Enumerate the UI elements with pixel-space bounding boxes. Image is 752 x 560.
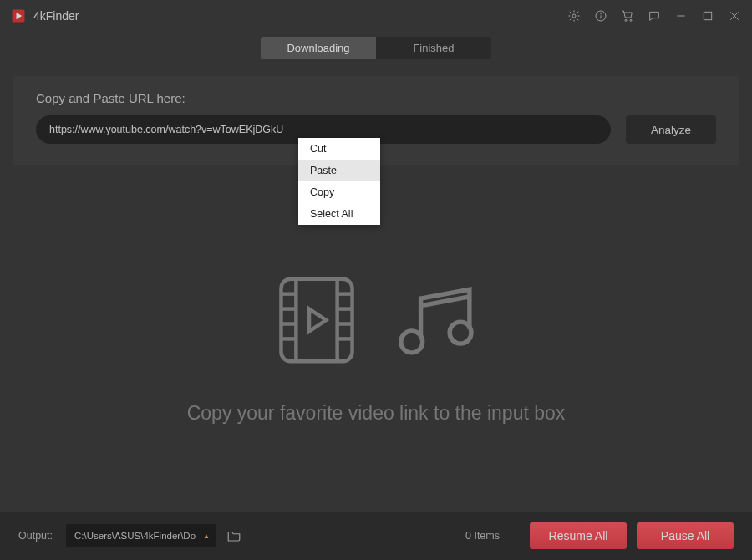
music-icon bbox=[392, 275, 482, 365]
svg-point-6 bbox=[630, 19, 632, 21]
ctx-cut[interactable]: Cut bbox=[298, 138, 380, 160]
svg-point-24 bbox=[450, 322, 471, 344]
app-title: 4kFinder bbox=[33, 9, 79, 23]
svg-rect-11 bbox=[281, 278, 352, 361]
close-icon[interactable] bbox=[727, 8, 742, 23]
titlebar: 4kFinder bbox=[0, 0, 752, 32]
caret-up-icon: ▲ bbox=[203, 532, 210, 540]
folder-open-icon[interactable] bbox=[226, 528, 241, 543]
svg-point-1 bbox=[572, 14, 576, 18]
output-path-select[interactable]: C:\Users\ASUS\4kFinder\Do ▲ bbox=[66, 524, 216, 547]
placeholder-icons bbox=[270, 267, 482, 374]
svg-point-4 bbox=[601, 13, 602, 14]
video-icon bbox=[270, 267, 363, 374]
items-count: 0 Items bbox=[465, 530, 500, 542]
svg-rect-8 bbox=[704, 12, 711, 19]
main-tabs: Downloading Finished bbox=[261, 37, 491, 59]
ctx-copy[interactable]: Copy bbox=[298, 181, 380, 203]
svg-point-5 bbox=[625, 19, 627, 21]
placeholder-text: Copy your favorite video link to the inp… bbox=[187, 402, 566, 425]
analyze-button[interactable]: Analyze bbox=[626, 115, 716, 144]
feedback-icon[interactable] bbox=[647, 8, 662, 23]
tab-downloading[interactable]: Downloading bbox=[261, 37, 376, 59]
resume-all-button[interactable]: Resume All bbox=[530, 522, 627, 549]
settings-icon[interactable] bbox=[567, 8, 582, 23]
app-logo-icon bbox=[10, 8, 27, 24]
minimize-icon[interactable] bbox=[673, 8, 688, 23]
maximize-icon[interactable] bbox=[700, 8, 715, 23]
ctx-select-all[interactable]: Select All bbox=[298, 203, 380, 225]
svg-point-23 bbox=[401, 330, 423, 352]
output-path-text: C:\Users\ASUS\4kFinder\Do bbox=[74, 531, 196, 541]
pause-all-button[interactable]: Pause All bbox=[637, 522, 734, 549]
tab-finished[interactable]: Finished bbox=[376, 37, 491, 59]
url-label: Copy and Paste URL here: bbox=[36, 91, 716, 105]
context-menu: Cut Paste Copy Select All bbox=[298, 138, 380, 225]
ctx-paste[interactable]: Paste bbox=[298, 160, 380, 181]
info-icon[interactable] bbox=[593, 8, 608, 23]
cart-icon[interactable] bbox=[620, 8, 635, 23]
output-label: Output: bbox=[18, 530, 53, 542]
footer: Output: C:\Users\ASUS\4kFinder\Do ▲ 0 It… bbox=[0, 512, 752, 560]
